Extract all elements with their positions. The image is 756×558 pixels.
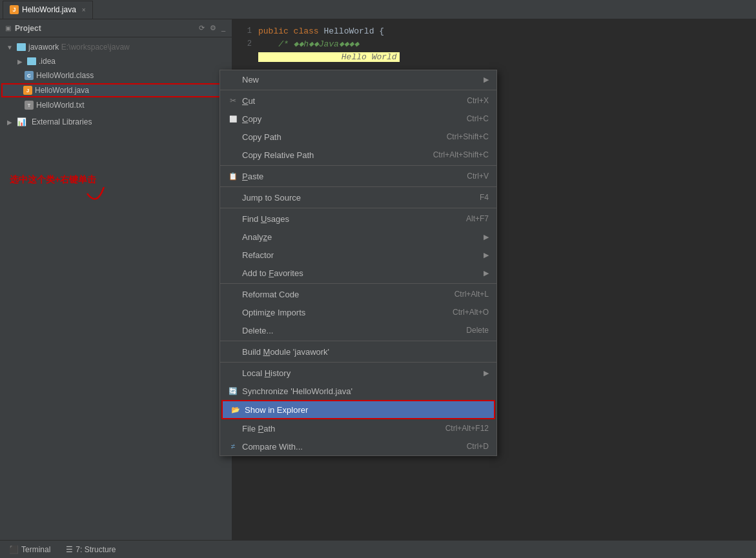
menu-item-copy-path[interactable]: Copy Path Ctrl+Shift+C: [220, 128, 496, 146]
find-shortcut: Alt+F7: [466, 214, 489, 223]
show-explorer-label: Show in Explorer: [245, 405, 486, 415]
paste-label: Paste: [242, 172, 454, 181]
menu-item-compare[interactable]: ≠ Compare With... Ctrl+D: [220, 437, 496, 455]
sidebar-title: Project: [15, 24, 41, 33]
new-icon: [228, 74, 238, 85]
compare-icon: ≠: [228, 441, 238, 452]
separator-2: [220, 165, 496, 166]
tree-java-item[interactable]: J HelloWorld.java: [1, 83, 230, 97]
annotation-text: 选中这个类+右键单击: [10, 174, 96, 186]
line-num-2: 2: [232, 39, 258, 48]
menu-item-analyze[interactable]: Analyze ▶: [220, 228, 496, 246]
tree-txt-item[interactable]: T HelloWorld.txt: [0, 98, 232, 112]
line-num-1: 1: [232, 26, 258, 35]
jump-shortcut: F4: [480, 193, 489, 202]
menu-item-show-explorer[interactable]: Show in Explorer: [221, 400, 495, 419]
idea-folder-name: .idea: [39, 57, 56, 66]
settings-icon[interactable]: ⚙: [209, 23, 218, 34]
tree-class-item[interactable]: C HelloWorld.class: [0, 68, 232, 83]
menu-item-build-module[interactable]: Build Module 'javawork': [220, 343, 496, 361]
editor-tab[interactable]: J HelloWorld.java ×: [3, 1, 93, 19]
ext-lib-label: External Libraries: [32, 117, 92, 126]
terminal-label: Terminal: [21, 545, 50, 554]
cut-shortcut: Ctrl+X: [467, 96, 489, 105]
txt-filename: HelloWorld.txt: [36, 101, 84, 110]
menu-item-optimize[interactable]: Optimize Imports Ctrl+Alt+O: [220, 303, 496, 321]
code-line-comment: Hello World: [232, 50, 756, 63]
tab-close-button[interactable]: ×: [82, 6, 86, 14]
sync-project-icon[interactable]: ⟳: [198, 23, 206, 34]
sidebar-toolbar: ⟳ ⚙ _: [198, 23, 227, 34]
analyze-arrow: ▶: [484, 233, 489, 241]
copy-path-shortcut: Ctrl+Shift+C: [447, 132, 489, 141]
file-path-label: File Path: [242, 424, 433, 433]
paste-icon: [228, 171, 238, 181]
compare-label: Compare With...: [242, 442, 454, 452]
favorites-arrow: ▶: [484, 269, 489, 277]
context-menu: New ▶ Cut Ctrl+X Copy Ctrl+C Copy Path C…: [220, 70, 497, 456]
separator-4: [220, 208, 496, 208]
favorites-label: Add to Favorites: [242, 268, 478, 278]
idea-expand-icon: ▶: [15, 57, 25, 66]
menu-item-cut[interactable]: Cut Ctrl+X: [220, 92, 496, 110]
separator-5: [220, 283, 496, 284]
txt-file-icon: T: [25, 101, 34, 110]
optimize-label: Optimize Imports: [242, 308, 440, 317]
menu-item-new[interactable]: New ▶: [220, 70, 496, 88]
separator-6: [220, 341, 496, 341]
file-path-icon: [228, 423, 238, 433]
copy-relative-shortcut: Ctrl+Alt+Shift+C: [433, 150, 489, 159]
synchronize-icon: [228, 386, 238, 396]
menu-item-file-path[interactable]: File Path Ctrl+Alt+F12: [220, 419, 496, 437]
java-file-tree-icon: J: [23, 86, 32, 95]
root-expand-icon: ▼: [5, 43, 14, 52]
terminal-tab[interactable]: ⬛ Terminal: [5, 544, 54, 555]
arrow-svg: [74, 187, 203, 264]
menu-item-add-to-favorites[interactable]: Add to Favorites ▶: [220, 264, 496, 282]
root-folder-icon: [17, 43, 26, 51]
annotation-overlay: 选中这个类+右键单击: [10, 174, 96, 186]
title-bar: J HelloWorld.java ×: [0, 0, 756, 19]
tree-ext-lib-item[interactable]: ▶ 📊 External Libraries: [0, 115, 232, 129]
show-explorer-icon: [230, 404, 241, 415]
tree-idea-item[interactable]: ▶ .idea: [0, 54, 232, 68]
paste-shortcut: Ctrl+V: [467, 172, 489, 181]
root-folder-name: javawork E:\workspace\javaw: [28, 43, 130, 52]
tree-root-item[interactable]: ▼ javawork E:\workspace\javaw: [0, 40, 232, 54]
menu-item-refactor[interactable]: Refactor ▶: [220, 246, 496, 264]
copy-relative-label: Copy Relative Path: [242, 150, 420, 160]
menu-item-jump-to-source[interactable]: Jump to Source F4: [220, 188, 496, 206]
structure-tab[interactable]: ☰ 7: Structure: [62, 544, 119, 555]
menu-item-copy-relative-path[interactable]: Copy Relative Path Ctrl+Alt+Shift+C: [220, 146, 496, 164]
menu-item-paste[interactable]: Paste Ctrl+V: [220, 167, 496, 185]
minimize-icon[interactable]: _: [220, 23, 227, 34]
code-text-2: /* ◆◆h◆◆Java◆◆◆◆: [258, 39, 359, 49]
copy-relative-icon: [228, 150, 238, 160]
synchronize-label: Synchronize 'HelloWorld.java': [242, 386, 489, 396]
delete-icon: [228, 325, 238, 335]
menu-item-find-usages[interactable]: Find Usages Alt+F7: [220, 210, 496, 228]
jump-label: Jump to Source: [242, 193, 467, 203]
menu-item-local-history[interactable]: Local History ▶: [220, 364, 496, 382]
jump-icon: [228, 192, 238, 203]
menu-item-reformat[interactable]: Reformat Code Ctrl+Alt+L: [220, 285, 496, 303]
optimize-shortcut: Ctrl+Alt+O: [453, 308, 489, 317]
ext-lib-expand-icon: ▶: [5, 117, 14, 126]
build-label: Build Module 'javawork': [242, 347, 489, 357]
file-tree: ▼ javawork E:\workspace\javaw ▶ .idea C: [0, 37, 232, 132]
history-icon: [228, 368, 238, 378]
menu-item-delete[interactable]: Delete... Delete: [220, 321, 496, 339]
editor-content: 1 public class HelloWorld { 2 /* ◆◆h◆◆Ja…: [232, 19, 756, 68]
structure-icon: ☰: [66, 545, 73, 554]
find-icon: [228, 214, 238, 224]
separator-7: [220, 362, 496, 363]
delete-shortcut: Delete: [466, 326, 489, 335]
copy-path-icon: [228, 132, 238, 142]
cut-label: Cut: [242, 96, 454, 106]
structure-label: 7: Structure: [76, 545, 116, 554]
tree-java-item-wrapper: J HelloWorld.java: [0, 83, 232, 97]
tab-filename: HelloWorld.java: [22, 5, 76, 14]
reformat-label: Reformat Code: [242, 290, 442, 299]
menu-item-copy[interactable]: Copy Ctrl+C: [220, 110, 496, 128]
menu-item-synchronize[interactable]: Synchronize 'HelloWorld.java': [220, 382, 496, 400]
